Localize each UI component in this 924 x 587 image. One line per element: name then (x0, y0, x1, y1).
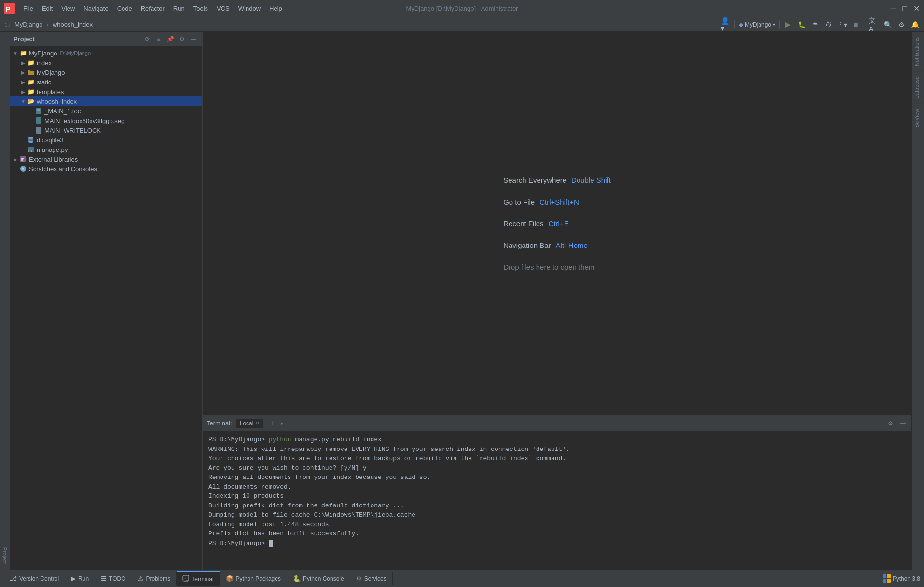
right-side-tabs: Notifications Database SciView (911, 32, 924, 570)
maximize-button[interactable]: □ (901, 5, 909, 13)
menu-tools[interactable]: Tools (190, 3, 212, 14)
project-icon: 🗂 (4, 21, 11, 28)
status-tab-vcs[interactable]: ⎇ Version Control (4, 572, 65, 585)
terminal-add-button[interactable]: + (267, 418, 276, 428)
profile-run-button[interactable]: ⏱ (823, 19, 834, 30)
tree-arrow-static[interactable]: ▶ (19, 78, 27, 86)
tree-item-index[interactable]: ▶ 📁 index (10, 58, 202, 68)
term-out-8: Building prefix dict from the default di… (208, 502, 404, 509)
status-tab-python-console[interactable]: 🐍 Python Console (287, 572, 350, 585)
term-out-11: Prefix dict has been built successfully. (208, 530, 359, 537)
file-icon-seg (35, 117, 42, 124)
project-side-label[interactable]: Project (0, 32, 10, 570)
tree-item-scratches[interactable]: ✎ Scratches and Consoles (10, 164, 202, 174)
shortcut-key-nav: Alt+Home (556, 241, 588, 249)
tree-item-main1toc[interactable]: _MAIN_1.toc (10, 106, 202, 116)
shortcut-label-nav: Navigation Bar (503, 241, 551, 249)
right-tab-sciview[interactable]: SciView (912, 104, 924, 133)
spacer-dbsqlite (19, 136, 27, 144)
window-controls: ─ □ ✕ (889, 5, 920, 13)
more-run-button[interactable]: ⋮▾ (837, 19, 847, 30)
settings-button[interactable]: ⚙ (896, 19, 907, 30)
term-out-5: Removing all documents from your index b… (208, 474, 430, 481)
tree-arrow-extlibs[interactable]: ▶ (12, 155, 19, 163)
shortcut-search-everywhere: Search Everywhere Double Shift (503, 176, 611, 184)
python-version-label: Python 3.8 (893, 575, 920, 582)
menu-run[interactable]: Run (169, 3, 189, 14)
menu-vcs[interactable]: VCS (213, 3, 234, 14)
terminal-tab-local[interactable]: Local ✕ (236, 419, 264, 428)
close-panel-icon[interactable]: — (189, 34, 198, 44)
tree-item-maine5t[interactable]: MAIN_e5tqox60xv3tlggp.seg (10, 116, 202, 125)
terminal-line-3: Your choices after this are to restore f… (208, 454, 906, 464)
tree-arrow-whoosh[interactable]: ▼ (19, 97, 27, 105)
menu-file[interactable]: File (19, 3, 37, 14)
project-header-title: Project (14, 35, 140, 42)
run-button[interactable]: ▶ (783, 19, 793, 30)
svg-rect-7 (36, 117, 41, 124)
debug-button[interactable]: 🐛 (796, 19, 807, 30)
status-tab-python-packages[interactable]: 📦 Python Packages (220, 572, 287, 585)
py-sq-yellow2 (887, 579, 891, 583)
terminal-tab-close[interactable]: ✕ (255, 420, 260, 426)
tree-arrow-index[interactable]: ▶ (19, 59, 27, 67)
tree-item-whoosh[interactable]: ▼ 📂 whoosh_index (10, 96, 202, 106)
tree-arrow-mydjsub[interactable]: ▶ (19, 68, 27, 76)
terminal-settings-icon[interactable]: ⚙ (885, 419, 895, 428)
menu-edit[interactable]: Edit (38, 3, 56, 14)
menu-window[interactable]: Window (234, 3, 264, 14)
term-out-6: All documents removed. (208, 483, 291, 491)
status-tab-todo[interactable]: ☰ TODO (95, 572, 132, 585)
gear-icon[interactable]: ⚙ (177, 34, 187, 44)
menu-code[interactable]: Code (113, 3, 136, 14)
tree-item-mydjsub[interactable]: ▶ MyDjango (10, 68, 202, 77)
menu-navigate[interactable]: Navigate (80, 3, 112, 14)
stop-button[interactable]: ⏹ (850, 19, 861, 30)
todo-icon: ☰ (101, 575, 107, 582)
tree-item-mainwrite[interactable]: MAIN_WRITELOCK (10, 125, 202, 135)
status-tab-services[interactable]: ⚙ Services (350, 572, 393, 585)
tree-label-mydjsub: MyDjango (37, 69, 65, 76)
menu-help[interactable]: Help (265, 3, 286, 14)
terminal-minimize-icon[interactable]: — (898, 419, 908, 428)
python-version[interactable]: Python 3.8 (883, 574, 920, 583)
svg-text:P: P (6, 5, 10, 13)
term-out-7: Indexing 10 products (208, 492, 284, 500)
tree-item-extlibs[interactable]: ▶ ⊞ External Libraries (10, 154, 202, 164)
tree-item-dbsqlite[interactable]: db.sqlite3 (10, 135, 202, 145)
tree-item-templates[interactable]: ▶ 📁 templates (10, 87, 202, 96)
menu-view[interactable]: View (57, 3, 79, 14)
close-button[interactable]: ✕ (912, 5, 920, 13)
tree-item-static[interactable]: ▶ 📁 static (10, 77, 202, 87)
tree-label-managepy: manage.py (37, 146, 68, 153)
pin-icon[interactable]: 📌 (165, 34, 175, 44)
status-tab-run[interactable]: ▶ Run (65, 572, 95, 585)
search-everywhere-button[interactable]: 🔍 (883, 19, 893, 30)
terminal-content[interactable]: PS D:\MyDjango> python manage.py rebuild… (203, 431, 911, 570)
separator (865, 20, 865, 29)
translate-button[interactable]: 文A (869, 19, 880, 30)
profile-button[interactable]: 👤▾ (721, 19, 731, 30)
coverage-button[interactable]: ☂ (810, 19, 820, 30)
py-sq-yellow1 (887, 574, 891, 578)
terminal-dropdown-button[interactable]: ▾ (280, 420, 283, 427)
shortcut-recent-files: Recent Files Ctrl+E (503, 219, 611, 228)
tree-item-managepy[interactable]: py manage.py (10, 145, 202, 154)
status-tab-terminal[interactable]: >_ Terminal (177, 571, 220, 586)
sync-icon[interactable]: ⟳ (142, 34, 152, 44)
tree-arrow-templates[interactable]: ▶ (19, 88, 27, 96)
run-config-selector[interactable]: ◆ MyDjango ▾ (734, 20, 780, 29)
collapse-all-icon[interactable]: ≡ (154, 34, 164, 44)
breadcrumb-item[interactable]: whoosh_index (53, 21, 93, 28)
minimize-button[interactable]: ─ (889, 5, 897, 13)
notifications-button[interactable]: 🔔 (910, 19, 920, 30)
right-tab-notifications[interactable]: Notifications (912, 32, 924, 71)
shortcut-goto-file: Go to File Ctrl+Shift+N (503, 198, 611, 206)
menu-refactor[interactable]: Refactor (137, 3, 168, 14)
right-tab-database[interactable]: Database (912, 71, 924, 104)
project-name[interactable]: MyDjango (14, 21, 43, 28)
status-tab-problems[interactable]: ⚠ Problems (132, 572, 177, 585)
tree-item-mydj[interactable]: ▼ 📁 MyDjango D:\MyDjango (10, 48, 202, 58)
shortcut-label-goto: Go to File (503, 198, 535, 206)
tree-arrow-mydj[interactable]: ▼ (12, 49, 19, 57)
